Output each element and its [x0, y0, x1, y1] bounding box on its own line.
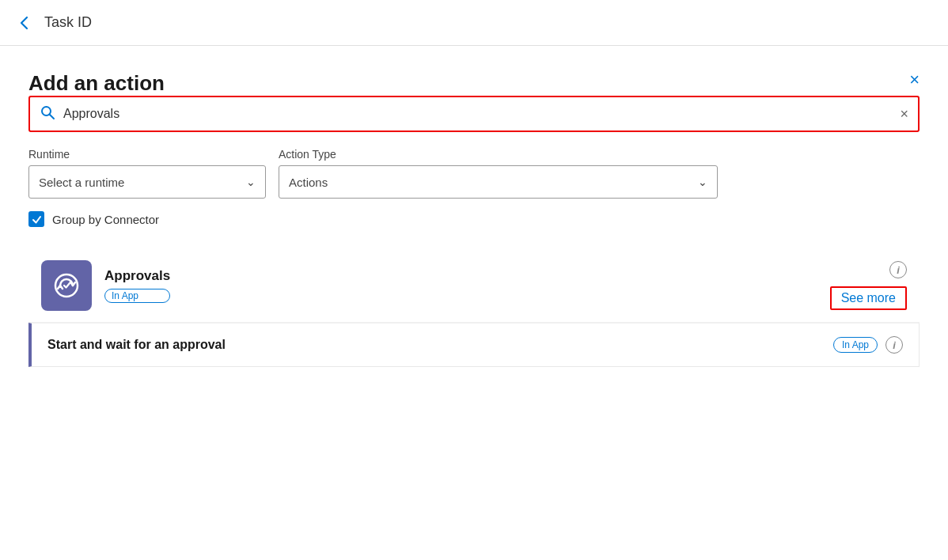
action-type-filter-group: Action Type Actions ⌄: [279, 148, 718, 199]
filters-row: Runtime Select a runtime ⌄ Action Type A…: [28, 148, 920, 199]
action-item-right: In App i: [833, 336, 903, 354]
group-by-connector-label: Group by Connector: [52, 213, 159, 226]
action-item-info-icon[interactable]: i: [885, 336, 903, 354]
runtime-select-value: Select a runtime: [39, 176, 124, 189]
group-by-connector-row: Group by Connector: [28, 211, 920, 227]
action-type-chevron-icon: ⌄: [698, 176, 707, 188]
action-item[interactable]: Start and wait for an approval In App i: [28, 323, 920, 367]
svg-point-2: [55, 274, 78, 297]
svg-line-1: [50, 114, 55, 119]
page-title: Task ID: [44, 14, 92, 31]
connector-card: Approvals In App i See more: [28, 249, 920, 323]
dialog-container: Add an action × × Runtime Select a runti…: [0, 46, 948, 383]
back-button[interactable]: [16, 14, 33, 32]
connector-badge: In App: [104, 289, 170, 303]
search-box: ×: [28, 96, 920, 132]
connector-right: i See more: [830, 261, 907, 310]
connector-name: Approvals: [104, 268, 170, 284]
see-more-button[interactable]: See more: [830, 286, 907, 310]
action-type-select-value: Actions: [289, 176, 328, 189]
runtime-filter-group: Runtime Select a runtime ⌄: [28, 148, 266, 199]
close-button[interactable]: ×: [909, 71, 920, 89]
action-type-label: Action Type: [279, 148, 718, 161]
search-input[interactable]: [63, 107, 900, 121]
runtime-label: Runtime: [28, 148, 266, 161]
dialog-title: Add an action: [28, 71, 165, 95]
connector-icon: [41, 260, 92, 311]
runtime-select[interactable]: Select a runtime ⌄: [28, 165, 266, 199]
search-icon: [40, 104, 55, 124]
action-item-badge: In App: [833, 337, 878, 353]
search-clear-button[interactable]: ×: [900, 106, 908, 123]
connector-info: Approvals In App: [104, 268, 170, 303]
header: Task ID: [0, 0, 948, 46]
runtime-chevron-icon: ⌄: [246, 176, 256, 188]
action-item-name: Start and wait for an approval: [47, 338, 833, 352]
group-by-connector-checkbox[interactable]: [28, 211, 44, 227]
connector-info-icon[interactable]: i: [889, 261, 907, 278]
action-type-select[interactable]: Actions ⌄: [279, 165, 718, 199]
